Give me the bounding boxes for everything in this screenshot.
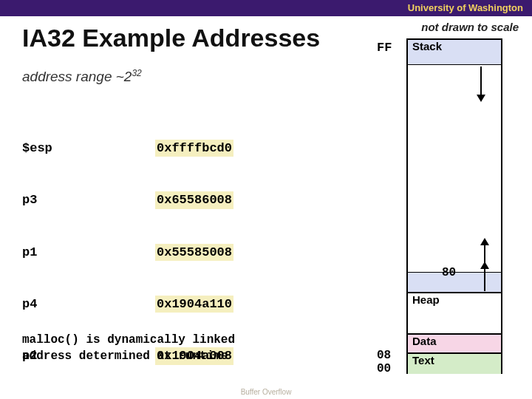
sym: $esp	[22, 140, 128, 157]
topbar: University of Washington	[0, 0, 532, 16]
malloc-note-l2: address determined at runtime	[22, 349, 235, 365]
malloc-note-l1: malloc() is dynamically linked	[22, 332, 235, 349]
note-not-to-scale: not drawn to scale	[421, 21, 519, 33]
sym: p3	[22, 191, 128, 208]
heap-grow-arrow2-icon	[484, 267, 485, 291]
addr-80: 80	[442, 266, 456, 279]
slide: University of Washington IA32 Example Ad…	[0, 0, 532, 399]
seg-data: Data	[408, 334, 501, 353]
slide-title: IA32 Example Addresses	[22, 24, 320, 52]
seg-text: Text	[408, 353, 501, 374]
seg-heap: Heap	[408, 293, 501, 334]
addr-ff: FF	[377, 41, 392, 55]
memory-diagram: Stack Heap Data Text	[406, 38, 502, 374]
addr: 0x65586008	[155, 191, 233, 208]
footer: Buffer Overflow	[0, 388, 532, 396]
sym: p1	[22, 244, 128, 261]
malloc-note: malloc() is dynamically linked address d…	[22, 332, 235, 364]
seg-stack: Stack	[408, 40, 501, 65]
addr: 0xffffbcd0	[155, 140, 233, 157]
sym: p4	[22, 296, 128, 313]
address-range: address range ~232	[22, 68, 142, 85]
stack-grow-arrow-icon	[480, 66, 482, 96]
address-range-prefix: address range ~2	[22, 69, 132, 84]
address-range-exp: 32	[132, 68, 141, 78]
addr: 0x55585008	[155, 244, 233, 261]
addr-00: 00	[377, 362, 391, 375]
addr: 0x1904a110	[155, 296, 233, 313]
addr-08: 08	[377, 349, 391, 362]
